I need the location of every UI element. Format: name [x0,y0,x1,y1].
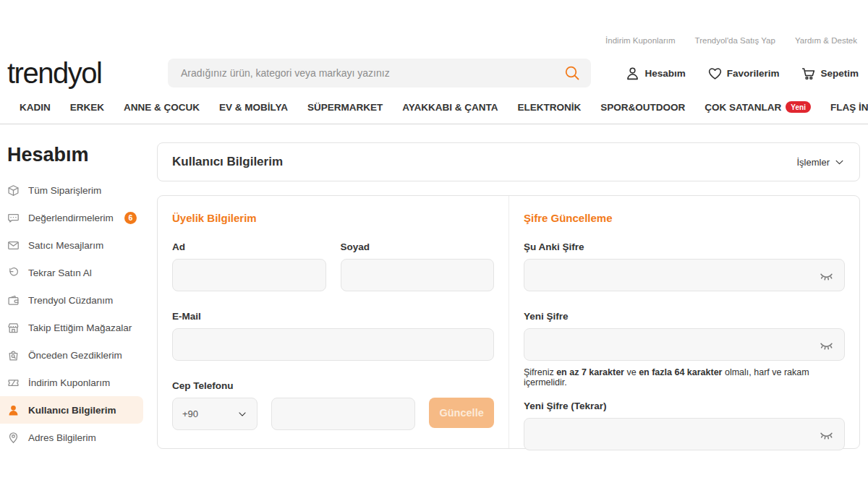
account-button[interactable]: Hesabım [625,66,685,81]
sidebar-item-tekrar-satin-al[interactable]: Tekrar Satın Al [0,259,157,286]
email-input[interactable] [172,328,494,361]
nav-item-spor-outdoor[interactable]: SPOR&OUTDOOR [600,102,685,113]
update-button[interactable]: Güncelle [429,398,494,428]
sidebar-item-takip-ettigim-magazalar[interactable]: Takip Ettiğim Mağazalar [0,314,157,341]
account-label: Hesabım [644,68,685,79]
nav-item-label: ELEKTRONİK [518,102,582,113]
cart-button[interactable]: Sepetim [801,66,859,81]
nav-item-cok-satanlar[interactable]: ÇOK SATANLARYeni [705,101,811,113]
nav-item-label: EV & MOBİLYA [219,102,288,113]
repeat-password-label: Yeni Şifre (Tekrar) [524,401,845,411]
sidebar-item-satici-mesajlarim[interactable]: Satıcı Mesajlarım [0,231,157,259]
location-icon [7,432,20,444]
nav-item-erkek[interactable]: ERKEK [70,102,104,113]
nav-item-label: SÜPERMARKET [307,102,383,113]
topbar-link-trendyol-da-satis-yap[interactable]: Trendyol'da Satış Yap [695,36,775,47]
nav-item-label: AYAKKABI & ÇANTA [402,102,498,113]
nav-item-flas-indirimler[interactable]: FLAŞ İNDİRİMLERYeni [830,101,868,113]
search-placeholder: Aradığınız ürün, kategori veya markayı y… [181,67,390,79]
sidebar-item-trendyol-cuzdanim[interactable]: Trendyol Cüzdanım [0,286,157,314]
country-code-select[interactable]: +90 [172,398,258,430]
nav-item-kadin[interactable]: KADIN [20,102,51,113]
sidebar-item-label: Önceden Gezdiklerim [28,350,122,361]
sidebar-item-label: Adres Bilgilerim [28,432,96,443]
password-hint: Şifreniz en az 7 karakter ve en fazla 64… [524,367,845,388]
new-password-input[interactable] [524,328,845,361]
sidebar-item-label: Tüm Siparişlerim [28,185,101,196]
phone-input[interactable] [271,398,415,430]
current-password-input[interactable] [524,259,845,291]
eye-closed-icon[interactable] [819,427,834,442]
sidebar-item-tum-siparislerim[interactable]: Tüm Siparişlerim [0,176,157,204]
trendyol-logo[interactable]: trendyol [0,59,168,87]
topbar-link-yardim-destek[interactable]: Yardım & Destek [795,36,857,47]
new-password-label: Yeni Şifre [524,311,845,322]
last-name-input[interactable] [341,259,495,291]
nav-item-label: KADIN [20,102,51,113]
sidebar-item-adres-bilgilerim[interactable]: Adres Bilgilerim [0,424,157,451]
cart-icon [801,66,816,81]
favorites-button[interactable]: Favorilerim [707,66,780,81]
envelope-icon [7,239,20,252]
nav-item-ayakkabi-canta[interactable]: AYAKKABI & ÇANTA [402,102,498,113]
package-icon [7,184,20,197]
favorites-label: Favorilerim [727,68,780,79]
search-bar[interactable]: Aradığınız ürün, kategori veya markayı y… [168,59,591,87]
page-body: Hesabım Tüm SiparişlerimDeğerlendirmeler… [0,142,868,451]
current-password-label: Şu Anki Şifre [524,241,845,252]
search-icon[interactable] [563,64,581,82]
category-nav: KADINERKEKANNE & ÇOCUKEV & MOBİLYASÜPERM… [0,101,868,124]
repeat-password-input[interactable] [524,418,845,450]
topbar: İndirim KuponlarımTrendyol'da Satış YapY… [0,36,868,47]
redo-icon [7,267,20,279]
sidebar-item-label: İndirim Kuponlarım [28,377,110,388]
trendyol-account-page: İndirim KuponlarımTrendyol'da Satış YapY… [0,36,868,488]
sidebar-item-label: Satıcı Mesajlarım [28,240,103,251]
actions-label: İşlemler [796,157,830,168]
sidebar-item-onceden-gezdiklerim[interactable]: Önceden Gezdiklerim [0,341,157,369]
actions-dropdown[interactable]: İşlemler [796,157,845,168]
sidebar-item-kullanici-bilgilerim[interactable]: Kullanıcı Bilgilerim [0,396,143,424]
store-icon [7,322,20,334]
page-title: Kullanıcı Bilgilerim [172,155,283,169]
nav-item-ev-mobilya[interactable]: EV & MOBİLYA [219,102,288,113]
first-name-label: Ad [172,241,326,252]
sidebar-item-label: Değerlendirmelerim [28,213,114,223]
email-label: E-Mail [172,311,494,322]
nav-item-anne-cocuk[interactable]: ANNE & ÇOCUK [124,102,200,113]
sidebar-item-indirim-kuponlarim[interactable]: İndirim Kuponlarım [0,369,157,396]
eye-closed-icon[interactable] [819,268,834,283]
nav-item-label: SPOR&OUTDOOR [600,102,685,113]
sidebar-item-label: Tekrar Satın Al [28,267,92,278]
page-header-card: Kullanıcı Bilgilerim İşlemler [157,142,860,181]
nav-item-supermarket[interactable]: SÜPERMARKET [307,102,383,113]
nav-item-label: ÇOK SATANLAR [705,102,781,113]
topbar-link-indirim-kuponlarim[interactable]: İndirim Kuponlarım [605,36,676,47]
sidebar-title: Hesabım [7,144,157,166]
cart-label: Sepetim [820,68,859,79]
nav-item-elektronik[interactable]: ELEKTRONİK [518,102,582,113]
user-icon [7,404,20,416]
heart-icon [707,66,723,81]
yeni-badge: Yeni [786,101,811,113]
last-name-label: Soyad [341,241,495,252]
account-sidebar: Hesabım Tüm SiparişlerimDeğerlendirmeler… [0,142,157,451]
count-badge: 6 [124,212,137,224]
phone-label: Cep Telefonu [172,380,494,391]
chevron-down-icon [834,157,845,168]
wallet-icon [7,294,20,307]
first-name-input[interactable] [172,259,326,291]
chevron-down-icon [237,409,247,419]
main-content: Kullanıcı Bilgilerim İşlemler Üyelik Bil… [157,142,860,451]
coupon-icon [7,377,20,389]
country-code-value: +90 [182,408,198,419]
user-icon [625,66,640,81]
nav-item-label: FLAŞ İNDİRİMLER [830,102,868,113]
nav-item-label: ERKEK [70,102,104,113]
membership-section: Üyelik Bilgilerim Ad Soyad E-Mail [158,196,509,448]
sidebar-menu: Tüm SiparişlerimDeğerlendirmelerim6Satıc… [0,176,157,451]
sidebar-item-degerlendirmelerim[interactable]: Değerlendirmelerim6 [0,204,157,231]
password-title: Şifre Güncelleme [524,212,845,224]
eye-closed-icon[interactable] [819,338,834,353]
membership-title: Üyelik Bilgilerim [172,212,494,224]
